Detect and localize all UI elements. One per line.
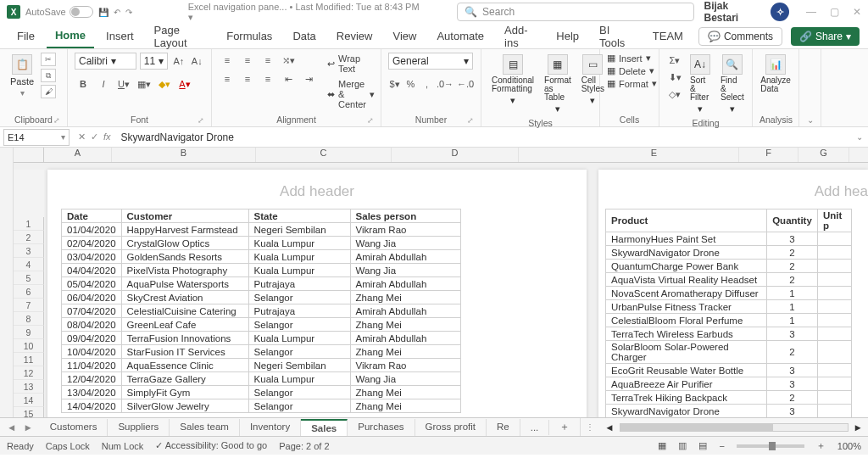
new-sheet-button[interactable]: ＋ — [549, 418, 581, 436]
zoom-level[interactable]: 100% — [837, 441, 861, 451]
align-right-icon[interactable]: ≡ — [259, 71, 276, 87]
header-cell[interactable]: Sales person — [350, 209, 460, 223]
cell[interactable] — [818, 341, 852, 364]
table-row[interactable]: 06/04/2020SkyCrest AviationSelangorZhang… — [62, 291, 461, 304]
increase-indent-icon[interactable]: ⇥ — [300, 71, 317, 87]
sheet-next-icon[interactable]: ► — [23, 422, 32, 433]
cell[interactable]: Zhang Mei — [350, 318, 460, 332]
fx-icon[interactable]: fx — [103, 131, 111, 142]
comments-button[interactable]: 💬 Comments — [698, 27, 782, 46]
page-break-view-icon[interactable]: ▤ — [698, 440, 707, 451]
cell[interactable] — [818, 405, 852, 418]
column-headers[interactable]: ABCD EFG — [14, 148, 868, 163]
cell[interactable]: Wang Jia — [350, 372, 460, 386]
tab-file[interactable]: File — [8, 25, 43, 47]
sheet-prev-icon[interactable]: ◄ — [7, 422, 16, 433]
cell[interactable]: 3 — [767, 364, 818, 377]
row-4[interactable]: 4 — [14, 258, 44, 271]
cell[interactable]: 09/04/2020 — [62, 332, 122, 345]
cell[interactable]: Putrajaya — [248, 277, 350, 291]
italic-icon[interactable]: I — [95, 76, 112, 92]
cell[interactable]: AquaVista Virtual Reality Headset — [606, 273, 767, 287]
cell[interactable]: 1 — [767, 287, 818, 300]
table-row[interactable]: 12/04/2020TerraGaze GalleryKuala LumpurW… — [62, 372, 461, 386]
number-format-select[interactable]: General▾ — [388, 53, 473, 70]
cell[interactable]: Amirah Abdullah — [350, 304, 460, 318]
cell[interactable]: AquaEssence Clinic — [121, 359, 248, 372]
cell[interactable] — [818, 232, 852, 246]
row-3[interactable]: 3 — [14, 244, 44, 258]
cell[interactable]: 2 — [767, 246, 818, 260]
table-row[interactable]: QuantumCharge Power Bank2 — [606, 260, 852, 273]
minimize-icon[interactable]: — — [806, 6, 816, 18]
sheet-more-button[interactable]: ... — [520, 420, 550, 435]
cell[interactable]: 2 — [767, 391, 818, 405]
header-cell[interactable]: Customer — [121, 209, 248, 223]
cell[interactable]: Negeri Sembilan — [248, 359, 350, 372]
sales-table[interactable]: DateCustomerStateSales person01/04/2020H… — [61, 209, 461, 413]
header-cell[interactable]: Date — [62, 209, 122, 223]
cell[interactable]: 2 — [767, 341, 818, 364]
col-E[interactable]: E — [570, 148, 739, 162]
cell[interactable]: SkywardNavigator Drone — [606, 405, 767, 418]
wrap-text-button[interactable]: ↩ Wrap Text — [326, 53, 376, 75]
sheet-tab-sales[interactable]: Sales — [301, 419, 348, 436]
tab-data[interactable]: Data — [284, 25, 324, 47]
row-7[interactable]: 7 — [14, 299, 44, 312]
cell[interactable]: 1 — [767, 314, 818, 327]
table-row[interactable]: CelestialBloom Floral Perfume1 — [606, 314, 852, 327]
table-row[interactable]: AquaBreeze Air Purifier3 — [606, 377, 852, 391]
table-row[interactable]: SkywardNavigator Drone2 — [606, 246, 852, 260]
header-cell[interactable]: Unit p — [818, 209, 852, 232]
cell[interactable]: Kuala Lumpur — [248, 264, 350, 277]
cell[interactable]: Wang Jia — [350, 264, 460, 277]
col-C[interactable]: C — [256, 148, 392, 162]
cell[interactable]: QuantumCharge Power Bank — [606, 260, 767, 273]
row-5[interactable]: 5 — [14, 271, 44, 285]
font-name-select[interactable]: Calibri ▾ — [75, 53, 136, 70]
save-icon[interactable]: 💾 — [98, 8, 108, 17]
cell[interactable] — [818, 246, 852, 260]
zoom-slider[interactable] — [737, 444, 804, 448]
font-color-icon[interactable]: A▾ — [176, 76, 193, 92]
row-10[interactable]: 10 — [14, 339, 44, 353]
table-row[interactable]: 04/04/2020PixelVista PhotographyKuala Lu… — [62, 264, 461, 277]
sheet-tab-suppliers[interactable]: Suppliers — [108, 419, 170, 436]
table-row[interactable]: 14/04/2020SilverGlow JewelrySelangorZhan… — [62, 399, 461, 413]
align-bottom-icon[interactable]: ≡ — [259, 53, 276, 68]
table-row[interactable]: HarmonyHues Paint Set3 — [606, 232, 852, 246]
cell[interactable]: Selangor — [248, 345, 350, 359]
row-11[interactable]: 11 — [14, 353, 44, 366]
align-top-icon[interactable]: ≡ — [219, 53, 236, 68]
cell[interactable]: EcoGrit Reusable Water Bottle — [606, 364, 767, 377]
col-G[interactable]: G — [798, 148, 849, 162]
sheet-tab-purchases[interactable]: Purchases — [348, 419, 415, 436]
cell[interactable]: NovaScent Aromatherapy Diffuser — [606, 287, 767, 300]
zoom-in-icon[interactable]: ＋ — [816, 439, 826, 452]
cell[interactable]: Zhang Mei — [350, 291, 460, 304]
cell[interactable]: CelestialCuisine Catering — [121, 304, 248, 318]
cell[interactable] — [818, 377, 852, 391]
table-row[interactable]: 02/04/2020CrystalGlow OpticsKuala Lumpur… — [62, 237, 461, 250]
cell[interactable]: GreenLeaf Cafe — [121, 318, 248, 332]
orientation-icon[interactable]: ⤭▾ — [280, 53, 297, 68]
cell[interactable]: Zhang Mei — [350, 399, 460, 413]
row-14[interactable]: 14 — [14, 394, 44, 407]
user-account[interactable]: Bijak Bestari ✧ — [704, 0, 789, 24]
table-row[interactable]: 03/04/2020GoldenSands ResortsKuala Lumpu… — [62, 250, 461, 264]
cell[interactable]: 05/04/2020 — [62, 277, 122, 291]
add-header-left[interactable]: Add header — [47, 170, 587, 209]
zoom-out-icon[interactable]: − — [719, 441, 724, 451]
decrease-decimal-icon[interactable]: ←.0 — [457, 76, 474, 92]
underline-icon[interactable]: U▾ — [115, 76, 132, 92]
tab-team[interactable]: TEAM — [644, 25, 692, 47]
table-row[interactable]: 09/04/2020TerraFusion InnovationsKuala L… — [62, 332, 461, 345]
cell[interactable]: TerraTrek Hiking Backpack — [606, 391, 767, 405]
cell[interactable]: Kuala Lumpur — [248, 250, 350, 264]
cell[interactable]: HarmonyHues Paint Set — [606, 232, 767, 246]
increase-decimal-icon[interactable]: .0→ — [437, 76, 453, 92]
cell[interactable]: SkywardNavigator Drone — [606, 246, 767, 260]
col-D[interactable]: D — [392, 148, 519, 162]
sheet-tab-gross-profit[interactable]: Gross profit — [415, 419, 487, 436]
scroll-right-icon[interactable]: ► — [854, 422, 863, 433]
